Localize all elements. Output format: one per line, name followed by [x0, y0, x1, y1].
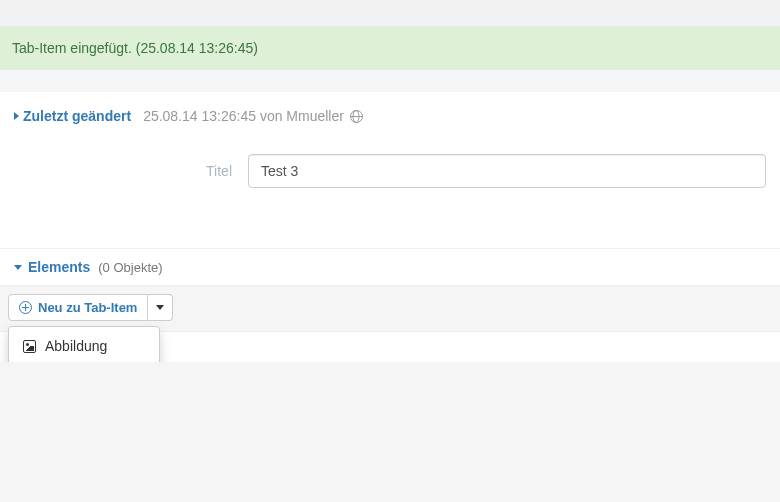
last-modified-row: Zuletzt geändert 25.08.14 13:26:45 von M…	[14, 108, 766, 124]
last-modified-text: 25.08.14 13:26:45 von Mmueller	[143, 108, 344, 124]
menu-item-label: Abbildung	[45, 338, 107, 354]
chevron-down-icon	[156, 305, 164, 310]
menu-item-datei[interactable]: Datei	[9, 360, 159, 362]
top-toolbar-gap	[0, 0, 780, 26]
caret-right-icon	[14, 112, 19, 120]
image-icon	[23, 340, 36, 353]
last-modified-label: Zuletzt geändert	[23, 108, 131, 124]
main-panel: Zuletzt geändert 25.08.14 13:26:45 von M…	[0, 92, 780, 248]
plus-circle-icon	[19, 301, 32, 314]
elements-toggle[interactable]: Elements	[14, 259, 90, 275]
alert-text: Tab-Item eingefügt. (25.08.14 13:26:45)	[12, 40, 258, 56]
caret-down-icon	[14, 265, 22, 270]
globe-icon	[350, 110, 363, 123]
elements-section-header: Elements (0 Objekte)	[0, 248, 780, 285]
success-alert: Tab-Item eingefügt. (25.08.14 13:26:45)	[0, 26, 780, 70]
add-button-label: Neu zu Tab-Item	[38, 300, 137, 315]
elements-heading: Elements	[28, 259, 90, 275]
add-button-group: Neu zu Tab-Item	[8, 294, 173, 321]
add-dropdown-toggle[interactable]	[148, 294, 173, 321]
elements-toolbar: Neu zu Tab-Item Abbildung Datei Kontaktb…	[0, 285, 780, 332]
last-modified-meta: 25.08.14 13:26:45 von Mmueller	[143, 108, 363, 124]
last-modified-toggle[interactable]: Zuletzt geändert	[14, 108, 131, 124]
add-dropdown-menu: Abbildung Datei Kontaktbox Textabschnitt	[8, 326, 160, 362]
title-field-row: Titel	[14, 154, 766, 188]
elements-count: (0 Objekte)	[98, 260, 162, 275]
title-input[interactable]	[248, 154, 766, 188]
menu-item-abbildung[interactable]: Abbildung	[9, 332, 159, 360]
title-label: Titel	[14, 163, 248, 179]
add-tab-item-button[interactable]: Neu zu Tab-Item	[8, 294, 148, 321]
